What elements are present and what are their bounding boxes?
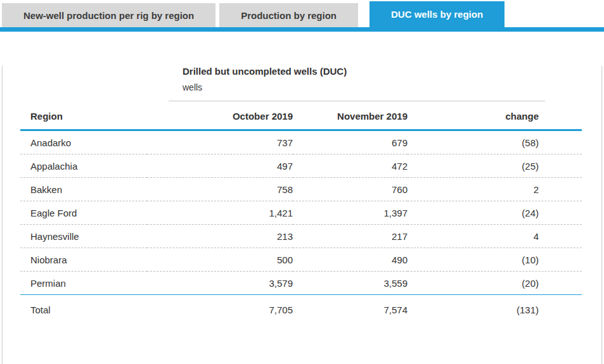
cell-region: Eagle Ford [20, 201, 147, 225]
cell-change-value: 2 [408, 178, 582, 201]
cell-november-value: 490 [293, 248, 408, 272]
cell-november-value: 679 [293, 130, 408, 154]
table-row-haynesville: Haynesville 213 217 4 [20, 225, 582, 248]
tab-accent-bar [0, 27, 604, 32]
tab-new-well-production-per-rig[interactable]: New-well production per rig by region [2, 3, 215, 27]
table-row-niobrara: Niobrara 500 490 (10) [20, 248, 582, 272]
table-row-anadarko: Anadarko 737 679 (58) [20, 130, 582, 154]
cell-october-value: 1,421 [147, 201, 293, 225]
cell-region: Anadarko [20, 130, 147, 154]
table-total-row: Total 7,705 7,574 (131) [20, 295, 582, 322]
cell-region: Permian [20, 272, 147, 295]
table-row-appalachia: Appalachia 497 472 (25) [20, 154, 582, 178]
table-row-bakken: Bakken 758 760 2 [20, 178, 582, 201]
table-unit-label: wells [183, 82, 601, 92]
cell-october-value: 500 [147, 248, 293, 272]
cell-total-label: Total [20, 295, 147, 322]
cell-region: Haynesville [20, 225, 147, 248]
cell-change-value: (25) [408, 154, 582, 178]
cell-november-value: 217 [293, 225, 408, 248]
cell-total-october: 7,705 [147, 295, 293, 322]
table-row-eagle-ford: Eagle Ford 1,421 1,397 (24) [20, 201, 582, 225]
content-panel: Drilled but uncompleted wells (DUC) well… [2, 66, 602, 364]
cell-total-november: 7,574 [293, 295, 408, 322]
cell-october-value: 3,579 [147, 272, 293, 295]
table-title: Drilled but uncompleted wells (DUC) [183, 66, 601, 77]
cell-total-change: (131) [408, 295, 582, 322]
tab-bar: New-well production per rig by region Pr… [0, 0, 604, 27]
tab-production-by-region[interactable]: Production by region [219, 3, 358, 27]
column-header-region: Region [20, 101, 147, 130]
cell-change-value: 4 [408, 225, 582, 248]
cell-november-value: 472 [293, 154, 408, 178]
cell-november-value: 760 [293, 178, 408, 201]
cell-november-value: 3,559 [293, 272, 408, 295]
cell-october-value: 497 [147, 154, 293, 178]
cell-change-value: (24) [408, 201, 582, 225]
cell-region: Appalachia [20, 154, 147, 178]
cell-change-value: (58) [408, 130, 582, 154]
cell-october-value: 213 [147, 225, 293, 248]
cell-region: Bakken [20, 178, 147, 201]
cell-change-value: (10) [408, 248, 582, 272]
cell-october-value: 737 [147, 130, 293, 154]
cell-october-value: 758 [147, 178, 293, 201]
column-header-october-2019: October 2019 [147, 101, 293, 130]
table-header-row: Region October 2019 November 2019 change [20, 101, 582, 130]
tab-duc-wells-by-region[interactable]: DUC wells by region [369, 1, 504, 27]
cell-november-value: 1,397 [293, 201, 408, 225]
cell-change-value: (20) [408, 272, 582, 295]
table-row-permian: Permian 3,579 3,559 (20) [20, 272, 582, 295]
duc-wells-table: Region October 2019 November 2019 change… [20, 101, 582, 321]
column-header-change: change [408, 101, 582, 130]
cell-region: Niobrara [20, 248, 147, 272]
column-header-november-2019: November 2019 [293, 101, 408, 130]
